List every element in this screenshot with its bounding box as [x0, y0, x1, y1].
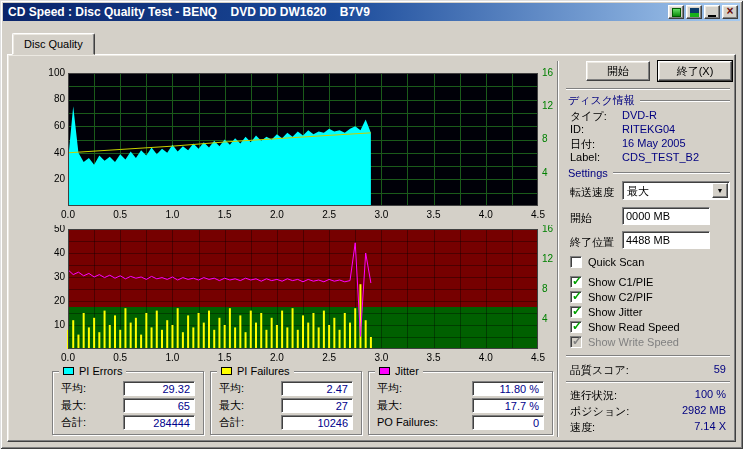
checkbox-box [570, 321, 582, 333]
checkbox-box [570, 336, 582, 348]
checkbox-quick-scan[interactable]: Quick Scan [570, 255, 644, 269]
stat-label: 平均: [61, 381, 86, 396]
checkbox-box [570, 276, 582, 288]
stat-row: 最大: 17.7 % [377, 398, 544, 412]
exit-button[interactable]: 終了(X) [658, 61, 732, 81]
start-position-input[interactable] [622, 207, 710, 225]
checkbox-label: Quick Scan [588, 256, 644, 268]
checkbox-show-jitter[interactable]: Show Jitter [570, 305, 642, 319]
pi-failures-title: PI Failures [237, 365, 290, 377]
stat-label: 最大: [219, 398, 244, 413]
stat-row: 合計: 284444 [61, 415, 195, 429]
position-value: 2982 MB [682, 404, 726, 416]
disc-id-label: ID: [570, 123, 584, 135]
disc-date-label: 日付: [570, 137, 595, 152]
checkbox-label: Show C2/PIF [588, 291, 653, 303]
vertical-separator [557, 61, 559, 437]
pi-failures-group: PI Failures 平均: 2.47 最大: 27 合計: 10246 [210, 371, 362, 435]
transfer-speed-value: 最大 [627, 184, 649, 199]
stat-value: 284444 [123, 415, 195, 430]
separator [566, 355, 730, 357]
close-button[interactable]: × [722, 5, 738, 19]
stat-label: 平均: [219, 381, 244, 396]
jitter-group: Jitter 平均: 11.80 % 最大: 17.7 % PO Failure… [368, 371, 553, 435]
stat-value: 29.32 [123, 381, 195, 396]
stat-value: 0 [472, 415, 544, 430]
stat-label: 合計: [61, 415, 86, 430]
progress-value: 100 % [695, 388, 726, 400]
checkbox-label: Show Read Speed [588, 321, 680, 333]
window-title: CD Speed : Disc Quality Test - BENQ DVD … [8, 5, 668, 19]
titlebar-save-icon-button[interactable] [686, 5, 702, 19]
transfer-speed-label: 転送速度 [570, 185, 614, 200]
disc-quality-panel: PI Errors 平均: 29.32 最大: 65 合計: 284444 PI… [7, 54, 736, 442]
save-icon [690, 8, 699, 17]
checkbox-box [570, 256, 582, 268]
pi-errors-swatch [63, 367, 74, 375]
disc-info-header-label: ディスク情報 [568, 93, 635, 108]
jitter-title: Jitter [395, 365, 419, 377]
end-position-input[interactable] [622, 231, 710, 249]
separator [566, 381, 730, 383]
stat-row: 合計: 10246 [219, 415, 353, 429]
dropdown-button[interactable]: ▼ [712, 183, 728, 198]
stat-value: 2.47 [281, 381, 353, 396]
checkbox-show-c2-pif[interactable]: Show C2/PIF [570, 290, 653, 304]
stat-label: 合計: [219, 415, 244, 430]
checkbox-label: Show C1/PIE [588, 276, 653, 288]
checkbox-show-read-speed[interactable]: Show Read Speed [570, 320, 680, 334]
disc-type-value: DVD-R [622, 109, 657, 121]
stat-value: 11.80 % [472, 381, 544, 396]
settings-header-label: Settings [568, 167, 608, 179]
transfer-speed-select[interactable]: 最大 ▼ [622, 181, 730, 200]
minimize-icon [708, 15, 716, 17]
settings-header: Settings [568, 167, 730, 179]
tab-disc-quality[interactable]: Disc Quality [12, 33, 95, 55]
stat-value: 10246 [281, 415, 353, 430]
pi-errors-group: PI Errors 平均: 29.32 最大: 65 合計: 284444 [52, 371, 204, 435]
separator [566, 88, 730, 90]
stat-value: 27 [281, 398, 353, 413]
app-window: CD Speed : Disc Quality Test - BENQ DVD … [0, 0, 743, 449]
speed-value: 7.14 X [694, 420, 726, 432]
stat-value: 65 [123, 398, 195, 413]
right-panel: 開始 終了(X) ディスク情報 タイプ: DVD-R ID: RITEKG04 … [564, 55, 734, 443]
header-rule [613, 172, 730, 174]
quality-score-label: 品質スコア: [570, 363, 629, 378]
titlebar-buttons: × [668, 5, 738, 19]
speed-label: 速度: [570, 420, 595, 435]
header-rule [640, 100, 730, 102]
disc-label-label: Label: [570, 151, 600, 163]
stat-row: 平均: 11.80 % [377, 381, 544, 395]
stat-row: 平均: 29.32 [61, 381, 195, 395]
progress-label: 進行状況: [570, 388, 617, 403]
stat-label: 平均: [377, 381, 402, 396]
checkbox-show-c1-pie[interactable]: Show C1/PIE [570, 275, 653, 289]
pi-failures-swatch [221, 367, 232, 375]
title-bar: CD Speed : Disc Quality Test - BENQ DVD … [3, 3, 740, 21]
pi-failures-jitter-chart [34, 225, 579, 370]
jitter-swatch [379, 367, 390, 375]
start-position-label: 開始 [570, 211, 592, 226]
disc-date-value: 16 May 2005 [622, 137, 686, 149]
titlebar-graph-icon-button[interactable] [668, 5, 684, 19]
stat-label: PO Failures: [377, 416, 438, 428]
disc-id-value: RITEKG04 [622, 123, 675, 135]
minimize-button[interactable] [704, 5, 720, 19]
tab-label: Disc Quality [24, 38, 83, 50]
pi-errors-title: PI Errors [79, 365, 122, 377]
checkbox-show-write-speed[interactable]: Show Write Speed [570, 335, 679, 349]
stat-row: PO Failures: 0 [377, 415, 544, 429]
pi-errors-legend: PI Errors [59, 365, 126, 377]
stat-row: 平均: 2.47 [219, 381, 353, 395]
position-label: ポジション: [570, 404, 629, 419]
start-button[interactable]: 開始 [586, 61, 650, 81]
stat-row: 最大: 65 [61, 398, 195, 412]
checkbox-label: Show Write Speed [588, 336, 679, 348]
checkbox-label: Show Jitter [588, 306, 642, 318]
end-position-label: 終了位置 [570, 235, 614, 250]
pi-failures-legend: PI Failures [217, 365, 294, 377]
disc-type-label: タイプ: [570, 109, 607, 124]
stat-label: 最大: [377, 398, 402, 413]
checkbox-box [570, 291, 582, 303]
